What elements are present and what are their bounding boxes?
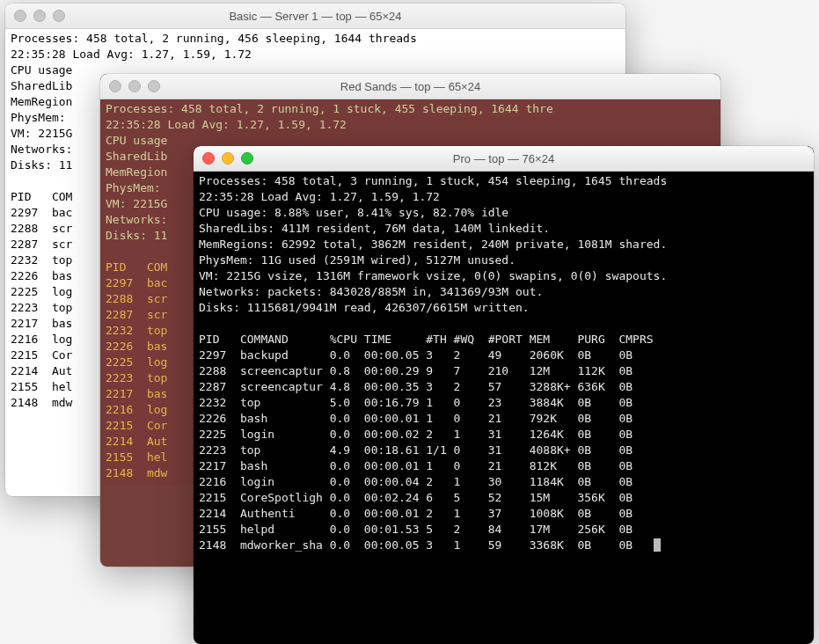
titlebar[interactable]: Red Sands — top — 65×24	[100, 74, 720, 99]
summary-line: SharedLib	[106, 150, 167, 163]
titlebar[interactable]: Pro — top — 76×24	[194, 146, 814, 172]
close-icon[interactable]	[202, 152, 215, 165]
summary-line: Disks: 11	[106, 229, 167, 242]
summary-line: 22:35:28 Load Avg: 1.27, 1.59, 1.72	[106, 118, 347, 131]
minimize-icon[interactable]	[33, 10, 46, 22]
window-title: Red Sands — top — 65×24	[100, 80, 720, 93]
column-headers: PID COM	[106, 260, 167, 274]
zoom-icon[interactable]	[148, 80, 160, 92]
process-row: 2287 scr	[106, 308, 167, 321]
summary-line: MemRegion	[106, 165, 167, 179]
process-row: 2148 mdw	[106, 466, 167, 479]
traffic-lights	[14, 10, 65, 22]
summary-line: VM: 2215G	[106, 197, 167, 210]
zoom-icon[interactable]	[53, 10, 65, 22]
process-row: 2214 Aut	[106, 435, 167, 448]
summary-line: Processes: 458 total, 2 running, 1 stuck…	[106, 102, 553, 115]
process-row: 2223 top	[106, 371, 167, 384]
summary-line: CPU usage	[106, 134, 167, 147]
process-row: 2232 top	[106, 324, 167, 337]
terminal-content[interactable]: Processes: 458 total, 3 running, 1 stuck…	[194, 172, 814, 559]
minimize-icon[interactable]	[222, 152, 234, 165]
window-title: Basic — Server 1 — top — 65×24	[5, 10, 625, 23]
traffic-lights	[109, 80, 160, 92]
process-row: 2225 log	[106, 355, 167, 369]
process-row: 2216 log	[106, 403, 167, 416]
terminal-window-pro[interactable]: Pro — top — 76×24 Processes: 458 total, …	[194, 146, 814, 644]
traffic-lights	[202, 152, 253, 165]
window-title: Pro — top — 76×24	[194, 152, 814, 165]
process-row: 2297 bac	[106, 276, 167, 289]
titlebar[interactable]: Basic — Server 1 — top — 65×24	[5, 4, 625, 29]
process-row: 2155 hel	[106, 450, 167, 464]
close-icon[interactable]	[109, 80, 121, 92]
summary-line: Networks:	[106, 213, 167, 226]
minimize-icon[interactable]	[128, 80, 141, 92]
cursor	[654, 538, 661, 552]
process-row: 2226 bas	[106, 340, 167, 353]
summary-line: PhysMem:	[106, 181, 161, 194]
process-row: 2288 scr	[106, 292, 167, 305]
process-row: 2217 bas	[106, 387, 167, 400]
process-row: 2215 Cor	[106, 419, 167, 432]
zoom-icon[interactable]	[241, 152, 253, 165]
close-icon[interactable]	[14, 10, 26, 22]
